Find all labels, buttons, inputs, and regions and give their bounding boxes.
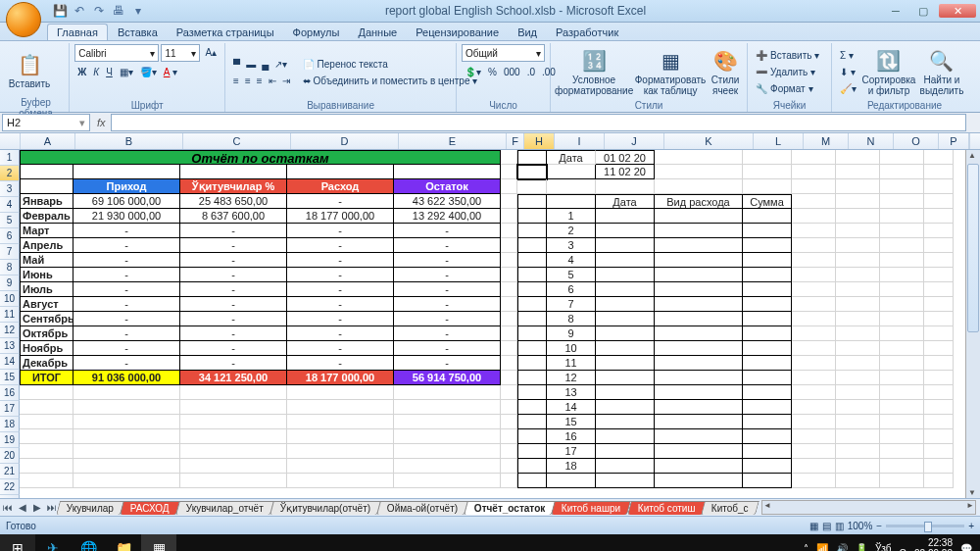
row-header-23[interactable]: 23 bbox=[0, 495, 20, 498]
cell[interactable] bbox=[743, 165, 792, 179]
cell[interactable]: 18 bbox=[547, 459, 596, 474]
cell[interactable] bbox=[743, 474, 792, 488]
cell[interactable] bbox=[880, 238, 924, 253]
cell[interactable] bbox=[287, 474, 394, 488]
cell[interactable] bbox=[792, 179, 836, 194]
cell[interactable] bbox=[836, 179, 880, 194]
cell[interactable] bbox=[501, 238, 517, 253]
cell[interactable] bbox=[743, 326, 792, 341]
cell[interactable]: - bbox=[287, 194, 394, 209]
cell[interactable] bbox=[792, 268, 836, 282]
cell[interactable] bbox=[880, 474, 924, 488]
sheet-tab-3[interactable]: Ўқитувчилар(отчёт) bbox=[270, 501, 381, 515]
cell[interactable]: 91 036 000,00 bbox=[74, 371, 180, 385]
ribbon-tab-2[interactable]: Разметка страницы bbox=[168, 25, 283, 40]
cell[interactable]: Вид расхода bbox=[655, 194, 743, 209]
cell[interactable]: 18 177 000,00 bbox=[287, 371, 394, 385]
cell[interactable] bbox=[20, 179, 74, 194]
cell[interactable]: - bbox=[394, 312, 501, 326]
cell[interactable]: - bbox=[287, 326, 394, 341]
cell[interactable]: Дата bbox=[596, 194, 655, 209]
col-header-P[interactable]: P bbox=[939, 133, 969, 149]
cell[interactable] bbox=[743, 282, 792, 297]
cell[interactable] bbox=[655, 415, 743, 429]
cell[interactable]: Август bbox=[20, 297, 74, 312]
cell[interactable]: 14 bbox=[547, 400, 596, 415]
row-header-5[interactable]: 5 bbox=[0, 213, 20, 228]
cell[interactable] bbox=[924, 459, 954, 474]
cell[interactable]: 7 bbox=[547, 297, 596, 312]
cell[interactable] bbox=[924, 312, 954, 326]
cell[interactable] bbox=[501, 209, 517, 224]
cell[interactable] bbox=[596, 444, 655, 459]
cell[interactable]: Ноябрь bbox=[20, 341, 74, 356]
cell[interactable] bbox=[517, 429, 547, 444]
comma-button[interactable]: 000 bbox=[501, 64, 523, 79]
cell[interactable]: - bbox=[74, 341, 180, 356]
cell[interactable]: 8 bbox=[547, 312, 596, 326]
cell[interactable]: - bbox=[180, 326, 287, 341]
qat-dropdown-icon[interactable]: ▾ bbox=[129, 3, 147, 19]
autosum-button[interactable]: Σ ▾ bbox=[837, 48, 859, 64]
cell[interactable] bbox=[596, 209, 655, 224]
cell[interactable] bbox=[501, 385, 517, 400]
redo-icon[interactable]: ↷ bbox=[90, 3, 108, 19]
cell[interactable] bbox=[792, 209, 836, 224]
number-format-select[interactable]: Общий▾ bbox=[462, 44, 545, 62]
cell[interactable]: Ўқитувчилар % bbox=[180, 179, 287, 194]
cell[interactable] bbox=[655, 459, 743, 474]
col-header-N[interactable]: N bbox=[849, 133, 894, 149]
cell[interactable] bbox=[836, 356, 880, 371]
cell[interactable] bbox=[792, 326, 836, 341]
cell[interactable]: - bbox=[394, 253, 501, 268]
cell[interactable]: - bbox=[394, 326, 501, 341]
cell[interactable] bbox=[655, 356, 743, 371]
cell[interactable] bbox=[792, 459, 836, 474]
cell[interactable] bbox=[596, 253, 655, 268]
cell[interactable] bbox=[501, 297, 517, 312]
cell[interactable] bbox=[880, 194, 924, 209]
view-normal-icon[interactable]: ▦ bbox=[809, 521, 818, 531]
paste-button[interactable]: 📋Вставить bbox=[8, 44, 51, 97]
cell-styles-button[interactable]: 🎨Стили ячеек bbox=[709, 46, 742, 99]
cell[interactable]: - bbox=[74, 238, 180, 253]
cell[interactable] bbox=[655, 371, 743, 385]
cell[interactable] bbox=[501, 474, 517, 488]
cell[interactable] bbox=[880, 297, 924, 312]
align-left-button[interactable]: ≡ bbox=[230, 73, 242, 88]
cell[interactable]: - bbox=[180, 341, 287, 356]
cell[interactable] bbox=[517, 312, 547, 326]
cell[interactable] bbox=[501, 429, 517, 444]
cell[interactable] bbox=[924, 253, 954, 268]
cell[interactable] bbox=[180, 385, 287, 400]
cell[interactable] bbox=[924, 224, 954, 238]
cell[interactable]: Сентябрь bbox=[20, 312, 74, 326]
cell[interactable] bbox=[394, 385, 501, 400]
cell[interactable] bbox=[743, 429, 792, 444]
col-header-C[interactable]: C bbox=[183, 133, 291, 149]
cell[interactable]: 69 106 000,00 bbox=[74, 194, 180, 209]
cell[interactable] bbox=[394, 415, 501, 429]
zoom-in-button[interactable]: + bbox=[968, 521, 974, 531]
cell[interactable] bbox=[74, 444, 180, 459]
vertical-scrollbar[interactable] bbox=[965, 150, 980, 498]
cell[interactable] bbox=[596, 459, 655, 474]
cell[interactable] bbox=[880, 356, 924, 371]
maximize-button[interactable]: ▢ bbox=[911, 4, 935, 18]
row-header-21[interactable]: 21 bbox=[0, 464, 20, 479]
cell[interactable]: - bbox=[287, 341, 394, 356]
cell[interactable]: - bbox=[287, 312, 394, 326]
cell[interactable] bbox=[501, 444, 517, 459]
cell[interactable]: 1 bbox=[547, 209, 596, 224]
cell[interactable] bbox=[501, 312, 517, 326]
cell[interactable] bbox=[74, 400, 180, 415]
row-header-10[interactable]: 10 bbox=[0, 291, 20, 307]
cell[interactable] bbox=[501, 194, 517, 209]
format-cells-button[interactable]: 🔧 Формат ▾ bbox=[753, 81, 822, 97]
undo-icon[interactable]: ↶ bbox=[71, 3, 88, 19]
cell[interactable] bbox=[547, 194, 596, 209]
cell[interactable]: - bbox=[74, 297, 180, 312]
row-header-13[interactable]: 13 bbox=[0, 338, 20, 354]
cell[interactable]: - bbox=[287, 253, 394, 268]
row-header-7[interactable]: 7 bbox=[0, 244, 20, 260]
